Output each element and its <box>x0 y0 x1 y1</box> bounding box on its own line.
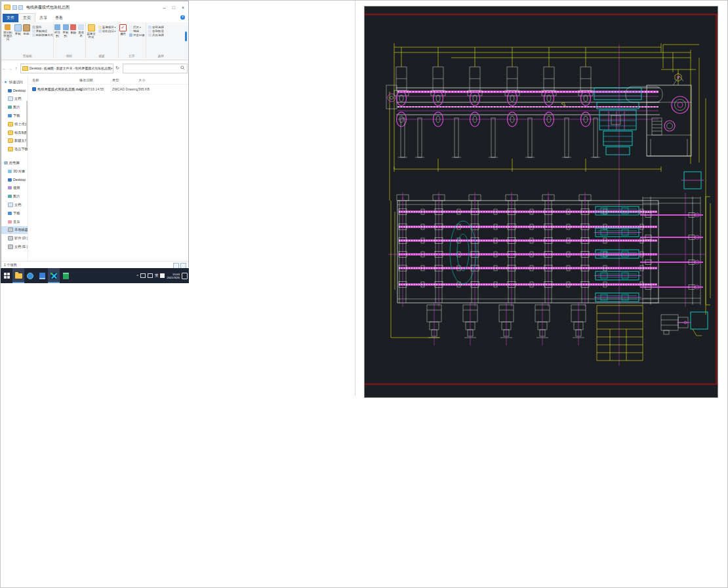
sidebar-item-desktop[interactable]: Desktop <box>1 87 28 95</box>
ribbon-scroll-indicator[interactable] <box>185 31 187 41</box>
shortcut-icon <box>32 33 35 37</box>
sidebar-item-folder[interactable]: 待上传文件 <box>1 120 28 128</box>
pin-icon <box>5 24 10 30</box>
back-button[interactable]: ← <box>1 66 7 71</box>
edit-button[interactable]: 编辑 <box>129 29 145 33</box>
drive-icon <box>8 245 13 249</box>
sidebar-item-downloads[interactable]: 下载 <box>1 111 28 120</box>
quick-access-toolbar-icon[interactable] <box>18 5 23 10</box>
tray-expand-icon[interactable]: ^ <box>136 274 138 278</box>
sidebar-item-downloads[interactable]: 下载 <box>1 209 28 218</box>
column-header-modified[interactable]: 修改日期 <box>79 78 93 83</box>
sidebar-scrollbar[interactable] <box>26 101 28 147</box>
sidebar-item-documents[interactable]: 文档 <box>1 95 28 104</box>
open-button[interactable]: 打开 ▾ <box>129 26 145 29</box>
move-to-button[interactable]: 移动到 <box>54 24 61 37</box>
help-icon[interactable]: ? <box>180 15 185 20</box>
cut-button[interactable]: 剪切 <box>32 26 53 29</box>
copy-to-button[interactable]: 复制到 <box>62 24 70 37</box>
close-button[interactable]: × <box>182 5 184 10</box>
cad-drawing-viewport[interactable] <box>364 6 718 398</box>
taskbar-file-explorer[interactable] <box>12 268 24 283</box>
cad-cyan-assembly <box>594 88 641 155</box>
tab-share[interactable]: 共享 <box>35 14 51 22</box>
status-bar: 1 个项目 <box>1 261 188 268</box>
taskbar-notes-app[interactable] <box>60 268 71 283</box>
sidebar-item-pictures[interactable]: 图片 <box>1 103 28 111</box>
zwcad-icon <box>51 273 57 279</box>
copy-button[interactable]: 复制 <box>14 24 22 35</box>
taskbar-clock[interactable]: 15:03 2021/3/26 <box>167 273 180 279</box>
pictures-icon <box>8 195 12 198</box>
sidebar-item-documents[interactable]: 文档 <box>1 201 28 209</box>
minimize-button[interactable]: – <box>163 5 166 10</box>
delete-button[interactable]: 删除 <box>70 24 76 34</box>
easy-access-button[interactable]: 轻松访问 ▾ <box>98 29 116 33</box>
forward-button[interactable]: → <box>7 66 13 71</box>
select-none-button[interactable]: 全部取消 <box>148 29 164 33</box>
sidebar-item-folder[interactable]: 新建文件夹 <box>1 137 28 146</box>
refresh-button[interactable]: ↻ <box>113 66 121 71</box>
maximize-button[interactable]: □ <box>172 5 175 10</box>
sidebar-item-folder[interactable]: 模具制图资料 <box>1 128 28 137</box>
column-header-size[interactable]: 大小 <box>138 78 145 83</box>
file-row[interactable]: 电线类覆膜式包装机总图.dwg 2016/7/16 14:55 ZWCAD Dr… <box>28 85 188 93</box>
sidebar-item-local-disk-c[interactable]: 本地磁盘 (C:) <box>1 226 28 235</box>
sidebar-item-pictures[interactable]: 图片 <box>1 192 28 201</box>
clock-date: 2021/3/26 <box>167 276 180 279</box>
copy-path-button[interactable]: 复制路径 <box>32 29 53 33</box>
taskbar-browser[interactable] <box>24 268 36 283</box>
breadcrumb-segment-desktop[interactable]: Desktop <box>30 66 41 70</box>
properties-button[interactable]: ✓ 属性 <box>119 24 127 35</box>
sidebar-item-music[interactable]: 音乐 <box>1 218 28 226</box>
history-button[interactable]: 历史记录 <box>129 33 145 37</box>
breadcrumb-segment-2[interactable]: 新建文件夹 <box>56 66 73 70</box>
select-all-button[interactable]: 全部选择 <box>148 26 164 29</box>
select-none-icon <box>148 29 152 33</box>
sidebar-item-drive-d[interactable]: 软件 (D:) <box>1 234 28 243</box>
cad-plan-drive-motor <box>661 312 708 336</box>
start-button[interactable] <box>1 268 12 283</box>
volume-icon[interactable] <box>148 273 153 278</box>
sidebar-item-folder[interactable]: 迅雷下载 <box>1 145 28 153</box>
search-input[interactable] <box>123 64 188 73</box>
tab-file[interactable]: 文件 <box>3 14 18 22</box>
sidebar-item-videos[interactable]: 视频 <box>1 184 28 193</box>
videos-icon <box>8 186 12 189</box>
column-header-type[interactable]: 类型 <box>112 78 119 83</box>
pin-to-quick-access-button[interactable]: 固定到快速访问 <box>3 24 13 41</box>
new-folder-button[interactable]: 新建文件夹 <box>86 24 96 39</box>
edit-icon <box>129 29 132 33</box>
touch-keyboard-icon[interactable] <box>140 273 146 278</box>
downloads-icon <box>8 114 12 117</box>
ime-icon[interactable] <box>160 273 165 278</box>
sidebar-item-3d-objects[interactable]: 3D 对象 <box>1 167 28 176</box>
up-button[interactable]: ↑ <box>13 66 19 71</box>
paste-button[interactable]: 粘贴 <box>23 24 30 35</box>
column-header-name[interactable]: 名称 <box>32 78 39 83</box>
language-indicator[interactable]: 英 <box>155 273 159 278</box>
documents-icon <box>8 96 13 101</box>
tab-view[interactable]: 查看 <box>51 14 67 22</box>
cad-right-frame <box>640 193 710 307</box>
breadcrumb-segment-3[interactable]: 电线类覆膜式包装机总图 <box>75 66 111 70</box>
sidebar-item-drive-e[interactable]: 文档 (E:) <box>1 243 28 251</box>
sidebar-item-quick-access[interactable]: › ★ 快速访问 <box>1 78 28 87</box>
rename-button[interactable]: 重命名 <box>77 24 85 37</box>
paste-shortcut-button[interactable]: 粘贴快捷方式 <box>32 33 53 37</box>
new-item-button[interactable]: 新建项目 ▾ <box>98 26 116 29</box>
breadcrumb-segment-1[interactable]: 机械图 <box>44 66 54 70</box>
title-bar[interactable]: 电线类覆膜式包装机总图 – □ × <box>1 1 188 13</box>
notification-center-icon[interactable] <box>182 273 188 279</box>
taskbar-wps-office[interactable] <box>36 268 48 283</box>
new-item-icon <box>98 26 102 29</box>
invert-selection-button[interactable]: 反向选择 <box>148 33 164 37</box>
sidebar-item-desktop[interactable]: Desktop <box>1 176 28 184</box>
quick-access-toolbar-icon[interactable] <box>12 5 17 10</box>
tab-home[interactable]: 主页 <box>18 13 35 22</box>
breadcrumb-separator: › <box>73 66 75 70</box>
breadcrumb[interactable]: Desktop › 机械图 › 新建文件夹 › 电线类覆膜式包装机总图 ▾ <box>20 64 113 73</box>
sidebar-item-this-pc[interactable]: › 此电脑 <box>1 159 28 167</box>
ribbon-group-open: ✓ 属性 打开 ▾ 编辑 <box>118 23 146 58</box>
taskbar-zwcad[interactable] <box>48 268 60 283</box>
